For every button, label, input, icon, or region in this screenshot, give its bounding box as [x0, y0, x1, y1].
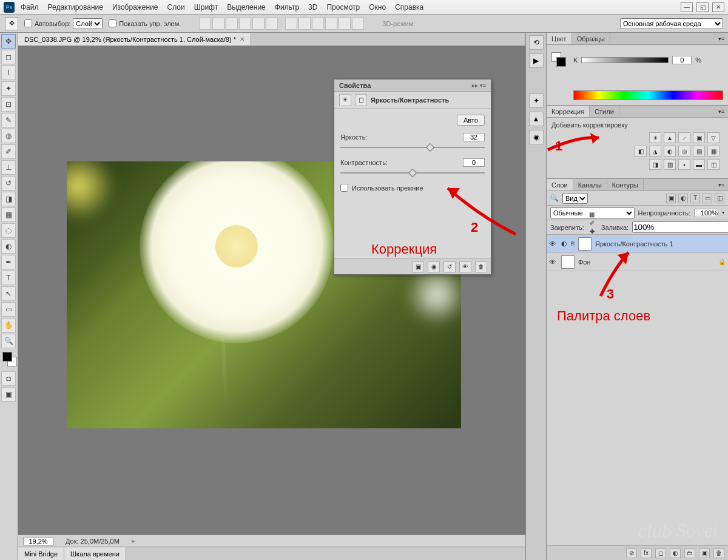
lock-transparency-icon[interactable]: ▦ — [588, 211, 596, 219]
link-layers-icon[interactable]: ⊘ — [626, 548, 637, 558]
minimize-button[interactable]: — — [681, 2, 693, 12]
visibility-icon[interactable]: 👁 — [549, 258, 558, 266]
menu-help[interactable]: Справка — [395, 3, 423, 12]
actions-dock-icon[interactable]: ▶ — [529, 53, 544, 68]
crop-tool[interactable]: ⊡ — [1, 97, 16, 112]
panel-menu-icon[interactable]: ▾≡ — [715, 182, 728, 188]
menu-view[interactable]: Просмотр — [326, 3, 360, 12]
close-button[interactable]: ✕ — [712, 2, 724, 12]
menu-file[interactable]: Файл — [21, 3, 39, 12]
contrast-input[interactable] — [463, 158, 485, 167]
dodge-tool[interactable]: ◐ — [1, 239, 16, 254]
color-tab[interactable]: Цвет — [547, 33, 572, 44]
color-swatches[interactable] — [1, 352, 16, 370]
menu-3d[interactable]: 3D — [308, 3, 317, 12]
menu-layers[interactable]: Слои — [167, 3, 185, 12]
visibility-icon[interactable]: 👁 — [549, 240, 558, 248]
bw-icon[interactable]: ◐ — [664, 146, 676, 157]
exposure-icon[interactable]: ▣ — [693, 132, 705, 143]
visibility-icon[interactable]: 👁 — [459, 261, 471, 272]
path-select-tool[interactable]: ↖ — [1, 286, 16, 301]
lock-pixels-icon[interactable]: ✐ — [588, 219, 596, 228]
filter-adjust-icon[interactable]: ◐ — [678, 194, 688, 203]
history-dock-icon[interactable]: ⟲ — [529, 35, 544, 50]
brightness-input[interactable] — [463, 133, 485, 141]
document-tab[interactable]: DSC_0338.JPG @ 19,2% (Яркость/Контрастно… — [18, 33, 251, 46]
opacity-input[interactable] — [694, 209, 718, 217]
stamp-tool[interactable]: ⊥ — [1, 160, 16, 175]
history-brush-tool[interactable]: ↺ — [1, 176, 16, 191]
workspace-dropdown[interactable]: Основная рабочая среда — [620, 18, 723, 29]
layer-row[interactable]: 👁 ◐ ⎘ Яркость/Контрастность 1 — [547, 235, 728, 253]
panel-menu-icon[interactable]: ▾≡ — [715, 109, 728, 115]
selective-color-icon[interactable]: ◫ — [707, 159, 720, 170]
shape-tool[interactable]: ▭ — [1, 302, 16, 317]
menu-select[interactable]: Выделение — [227, 3, 266, 12]
hsl-icon[interactable]: ◧ — [635, 146, 647, 157]
filter-kind-dropdown[interactable]: Вид — [562, 193, 588, 204]
mask-icon[interactable]: ◻ — [655, 548, 666, 558]
hand-tool[interactable]: ✋ — [1, 318, 16, 332]
brightness-contrast-icon[interactable]: ☀ — [649, 132, 661, 143]
swatches-tab[interactable]: Образцы — [572, 33, 610, 44]
new-layer-icon[interactable]: ▣ — [699, 548, 710, 558]
autoselect-dropdown[interactable]: Слой — [73, 18, 103, 29]
distribute-icon[interactable] — [339, 18, 351, 30]
menu-image[interactable]: Изображение — [112, 3, 158, 12]
invert-icon[interactable]: ◨ — [649, 159, 661, 170]
k-slider-track[interactable] — [581, 57, 669, 63]
filter-type-icon[interactable]: T — [690, 194, 700, 203]
layers-tab[interactable]: Слои — [547, 179, 573, 191]
properties-dock-icon[interactable]: ◉ — [529, 130, 544, 144]
photo-filter-icon[interactable]: ◎ — [678, 146, 690, 157]
fx-icon[interactable]: fx — [641, 548, 652, 558]
properties-tab[interactable]: Свойства — [339, 82, 371, 89]
mask-mode-icon[interactable]: ◻ — [355, 94, 367, 106]
distribute-icon[interactable] — [298, 18, 311, 30]
menu-filter[interactable]: Фильтр — [275, 3, 299, 12]
vibrance-icon[interactable]: ▽ — [707, 132, 720, 143]
maximize-button[interactable]: ◱ — [696, 2, 709, 12]
contrast-slider[interactable] — [340, 169, 485, 177]
align-icon[interactable] — [239, 18, 251, 30]
align-icon[interactable] — [252, 18, 265, 30]
magic-wand-tool[interactable]: ✦ — [1, 81, 16, 96]
panel-menu-icon[interactable]: ▸▸ ▾≡ — [472, 83, 486, 89]
align-icon[interactable] — [199, 18, 211, 30]
align-icon[interactable] — [212, 18, 224, 30]
layer-mask-thumb[interactable] — [578, 237, 592, 251]
zoom-tool[interactable]: 🔍 — [1, 334, 16, 348]
distribute-icon[interactable] — [325, 18, 337, 30]
layer-thumb[interactable] — [561, 255, 575, 269]
distribute-icon[interactable] — [352, 18, 364, 30]
fill-adjust-icon[interactable]: ◐ — [670, 548, 681, 558]
healing-tool[interactable]: ◍ — [1, 129, 16, 143]
timeline-tab[interactable]: Шкала времени — [64, 547, 126, 560]
clip-icon[interactable]: ▣ — [412, 261, 424, 272]
spectrum-picker[interactable] — [573, 90, 723, 100]
eyedropper-tool[interactable]: ✎ — [1, 113, 16, 127]
delete-icon[interactable]: 🗑 — [475, 261, 487, 272]
zoom-input[interactable] — [23, 537, 53, 545]
align-icon[interactable] — [226, 18, 238, 30]
show-controls-checkbox[interactable] — [109, 19, 116, 27]
layer-name[interactable]: Фон — [578, 258, 591, 266]
k-value-input[interactable] — [672, 56, 692, 64]
screenmode-tool[interactable]: ▣ — [1, 387, 16, 402]
threshold-icon[interactable]: ▪ — [678, 159, 690, 170]
align-icon[interactable] — [266, 18, 278, 30]
filter-shape-icon[interactable]: ▭ — [703, 194, 712, 203]
lookup-icon[interactable]: ▦ — [707, 146, 720, 157]
gradient-map-icon[interactable]: ▬ — [693, 159, 705, 170]
pen-tool[interactable]: ✒ — [1, 255, 16, 269]
gradient-tool[interactable]: ▦ — [1, 207, 16, 222]
adjustments-tab[interactable]: Коррекция — [547, 106, 590, 117]
posterize-icon[interactable]: ▥ — [664, 159, 676, 170]
histogram-dock-icon[interactable]: ▲ — [529, 112, 544, 126]
menu-type[interactable]: Шрифт — [194, 3, 218, 12]
legacy-checkbox[interactable] — [340, 184, 348, 192]
styles-tab[interactable]: Стили — [590, 106, 619, 117]
distribute-icon[interactable] — [312, 18, 324, 30]
curves-icon[interactable]: ⟋ — [678, 132, 690, 143]
brush-tool[interactable]: ✐ — [1, 144, 16, 159]
